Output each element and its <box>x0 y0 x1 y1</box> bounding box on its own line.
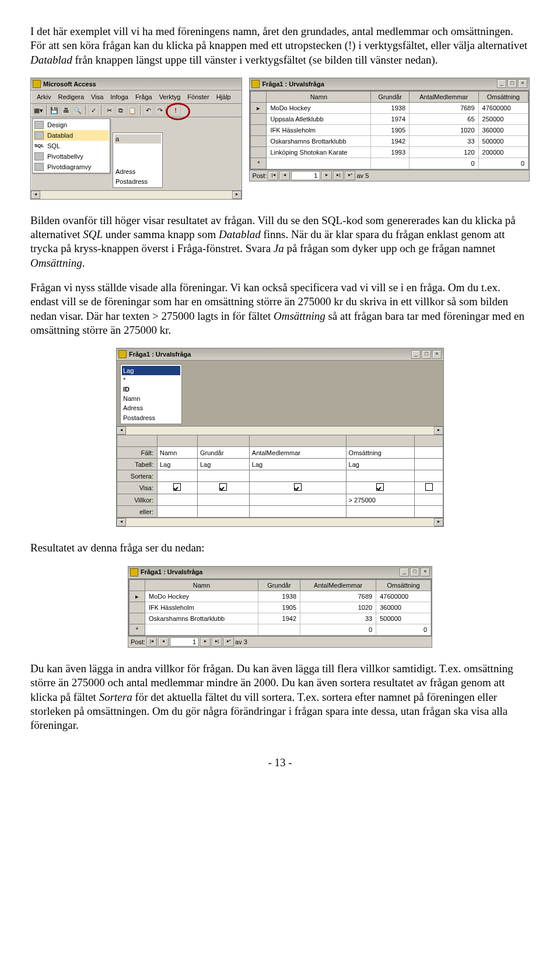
nav-new[interactable]: ▸* <box>223 637 234 647</box>
table-field-list[interactable]: Lag * ID Namn Adress Postadress <box>120 364 182 424</box>
field-star[interactable]: * <box>122 375 180 385</box>
record-number[interactable]: 1 <box>291 171 320 180</box>
menu-hjalp[interactable]: Hjälp <box>213 92 235 102</box>
cell-falt[interactable]: AntalMedlemmar <box>249 447 346 459</box>
maximize-button[interactable]: □ <box>410 568 419 577</box>
cell-falt[interactable]: Namn <box>158 447 198 459</box>
menu-visa[interactable]: Visa <box>88 92 107 102</box>
view-option-pivottable[interactable]: Pivottabellvy <box>33 151 109 162</box>
nav-first[interactable]: |◂ <box>268 171 278 180</box>
cell-tabell[interactable]: Lag <box>249 459 346 470</box>
cell-visa[interactable] <box>346 482 414 494</box>
close-button[interactable]: × <box>432 350 442 359</box>
field-id[interactable]: ID <box>122 385 180 394</box>
table-row[interactable]: IFK Hässleholm19051020360000 <box>251 125 528 136</box>
cell-visa[interactable] <box>249 482 346 494</box>
maximize-button[interactable]: □ <box>422 350 431 359</box>
cell-sortera[interactable] <box>158 470 198 482</box>
col-namn[interactable]: Namn <box>145 579 258 591</box>
col-medlemmar[interactable]: AntalMedlemmar <box>300 579 376 591</box>
cell-villkor[interactable]: > 275000 <box>346 494 414 506</box>
minimize-button[interactable]: _ <box>497 79 506 88</box>
new-row[interactable]: *00 <box>251 158 528 169</box>
checkbox-icon[interactable] <box>173 483 181 491</box>
close-button[interactable]: × <box>421 568 430 577</box>
checkbox-icon[interactable] <box>219 483 227 491</box>
nav-prev[interactable]: ◂ <box>279 171 290 180</box>
nav-last[interactable]: ▸| <box>212 637 222 647</box>
table-row[interactable]: Oskarshamns Brottarklubb194233500000 <box>251 136 528 147</box>
checkbox-icon[interactable] <box>294 483 302 491</box>
table-row[interactable]: IFK Hässleholm19051020360000 <box>130 602 431 613</box>
cell-eller[interactable] <box>158 506 198 518</box>
col-omsattning[interactable]: Omsättning <box>376 579 431 591</box>
cell-villkor[interactable] <box>158 494 198 506</box>
cell-tabell[interactable]: Lag <box>158 459 198 470</box>
menu-verktyg[interactable]: Verktyg <box>156 92 184 102</box>
checkbox-icon[interactable] <box>376 483 384 491</box>
col-grundar[interactable]: Grundår <box>258 579 300 591</box>
menu-arkiv[interactable]: Arkiv <box>33 92 54 102</box>
scroll-left[interactable]: ◂ <box>31 191 40 199</box>
preview-button[interactable]: 🔍 <box>72 105 83 116</box>
cell-visa[interactable] <box>197 482 249 494</box>
table-row[interactable]: Linköping Shotokan Karate1993120200000 <box>251 147 528 158</box>
nav-new[interactable]: ▸* <box>345 171 355 180</box>
view-option-sql[interactable]: SQLSQL <box>33 141 109 151</box>
menu-fraga[interactable]: Fråga <box>132 92 156 102</box>
hscroll-lower[interactable]: ◂▸ <box>117 518 443 526</box>
field-adress[interactable]: Adress <box>122 403 180 413</box>
minimize-button[interactable]: _ <box>411 350 421 359</box>
menu-redigera[interactable]: Redigera <box>54 92 88 102</box>
cell-falt[interactable]: Omsättning <box>346 447 414 459</box>
nav-next[interactable]: ▸ <box>200 637 211 647</box>
cell-tabell[interactable]: Lag <box>346 459 414 470</box>
paste-button[interactable]: 📋 <box>127 105 138 116</box>
nav-prev[interactable]: ◂ <box>158 637 169 647</box>
print-button[interactable]: 🖶 <box>61 105 71 116</box>
cell-villkor[interactable] <box>197 494 249 506</box>
maximize-button[interactable]: □ <box>508 79 517 88</box>
col-medlemmar[interactable]: AntalMedlemmar <box>410 91 479 102</box>
table-row[interactable]: Uppsala Atletklubb197465250000 <box>251 114 528 125</box>
col-grundar[interactable]: Grundår <box>371 91 410 102</box>
table-row[interactable]: ▸MoDo Hockey1938768947600000 <box>130 591 431 602</box>
close-button[interactable]: × <box>518 79 527 88</box>
cell-visa[interactable] <box>158 482 198 494</box>
cell-sortera[interactable] <box>249 470 346 482</box>
view-option-pivotchart[interactable]: Pivotdiagramvy <box>33 162 109 172</box>
cell-falt[interactable]: Grundår <box>197 447 249 459</box>
redo-button[interactable]: ↷ <box>155 105 165 116</box>
menu-fonster[interactable]: Fönster <box>184 92 212 102</box>
view-dropdown-button[interactable]: ▦▾ <box>33 105 44 116</box>
minimize-button[interactable]: _ <box>400 568 409 577</box>
spellcheck-button[interactable]: ✓ <box>88 105 99 116</box>
nav-last[interactable]: ▸| <box>333 171 344 180</box>
cell-tabell[interactable]: Lag <box>197 459 249 470</box>
save-button[interactable]: 💾 <box>49 105 60 116</box>
table-row[interactable]: Oskarshamns Brottarklubb194233500000 <box>130 613 431 624</box>
field-namn[interactable]: Namn <box>122 394 180 403</box>
cell-sortera[interactable] <box>197 470 249 482</box>
col-namn[interactable]: Namn <box>267 91 371 102</box>
record-number[interactable]: 1 <box>170 637 199 647</box>
undo-button[interactable]: ↶ <box>143 105 153 116</box>
nav-first[interactable]: |◂ <box>146 637 157 647</box>
field-postadress[interactable]: Postadress <box>114 177 161 186</box>
view-option-datablad[interactable]: Datablad <box>33 130 109 141</box>
checkbox-icon[interactable] <box>425 483 433 491</box>
field-postadress[interactable]: Postadress <box>122 413 180 422</box>
col-omsattning[interactable]: Omsättning <box>478 91 528 102</box>
table-row[interactable]: ▸MoDo Hockey1938768947600000 <box>251 103 528 114</box>
cell-sortera[interactable] <box>346 470 414 482</box>
hscroll[interactable]: ◂ ▸ <box>31 190 242 199</box>
hscroll-upper[interactable]: ◂▸ <box>117 426 443 435</box>
scroll-right[interactable]: ▸ <box>232 191 242 199</box>
copy-button[interactable]: ⧉ <box>116 105 126 116</box>
cell-villkor[interactable] <box>249 494 346 506</box>
new-row[interactable]: *00 <box>130 624 431 635</box>
run-query-button[interactable]: ! <box>170 105 181 116</box>
field-adress[interactable]: Adress <box>114 167 161 176</box>
view-option-design[interactable]: Design <box>33 120 109 130</box>
nav-next[interactable]: ▸ <box>321 171 332 180</box>
